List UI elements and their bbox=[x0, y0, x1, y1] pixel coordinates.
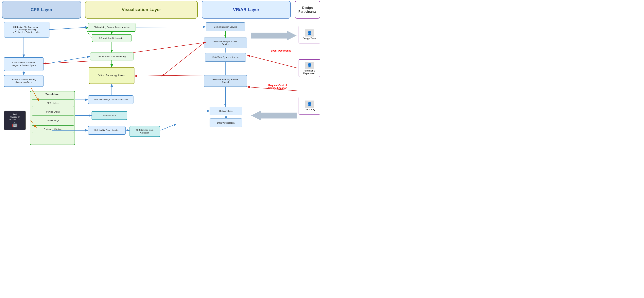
big-arrow-left-lower bbox=[251, 111, 296, 120]
svg-marker-1 bbox=[251, 111, 296, 120]
sim-env-item: Environment Settings bbox=[32, 125, 74, 133]
big-data-box: Building Big Data Historian bbox=[88, 126, 126, 135]
data-analysis-box: Data Analysis bbox=[210, 107, 242, 115]
simulation-container: Simulation CPS Interface Physics Engine … bbox=[30, 91, 75, 145]
diagram-container: CPS Layer Visualization Layer VR/AR Laye… bbox=[0, 0, 322, 149]
svg-line-24 bbox=[136, 27, 205, 27]
realtime-access-box: Real-time Multiple AccessService bbox=[204, 37, 247, 48]
svg-line-4 bbox=[44, 56, 90, 64]
viz-layer-header: Visualization Layer bbox=[85, 1, 198, 18]
twoway-remote-box: Real-time Two-Way RemoteControl bbox=[204, 75, 247, 87]
cps-layer-header: CPS Layer bbox=[2, 1, 81, 18]
integration-address-box: Establishment of ProductIntegration Addr… bbox=[4, 57, 44, 71]
svg-line-17 bbox=[162, 43, 204, 76]
laboratory-box: 👤 Laboratory bbox=[298, 97, 320, 115]
cps-linkage-box: CPS Linkage DataCollection bbox=[130, 126, 160, 137]
svg-line-28 bbox=[248, 55, 298, 68]
sim-link-box: Real-time Linkage of Simulation Data bbox=[88, 95, 134, 104]
sim-cps-item: CPS Interface bbox=[32, 99, 74, 107]
svg-line-18 bbox=[135, 75, 204, 76]
communication-box: Communication Service bbox=[206, 22, 245, 31]
svg-line-2 bbox=[50, 27, 88, 30]
laboratory-avatar: 👤 bbox=[305, 100, 314, 108]
data-viz-box: Data Visualization bbox=[210, 118, 242, 127]
svg-line-14 bbox=[160, 124, 176, 130]
datetime-sync-box: Data/Time Synchronization bbox=[205, 53, 246, 62]
sim-value-item: Value Change bbox=[32, 117, 74, 124]
virtual-stream-box: Virtual Rendering Stream bbox=[89, 67, 134, 84]
vrar-layer-header: VR/AR Layer bbox=[202, 1, 291, 18]
standardization-box: Standardization of ExistingSystem Interf… bbox=[4, 75, 44, 87]
svg-line-25 bbox=[134, 42, 205, 52]
purchasing-box: 👤 PurchasingDepartment bbox=[298, 59, 320, 77]
design-team-box: 👤 Design Team bbox=[298, 26, 320, 43]
svg-marker-0 bbox=[251, 31, 296, 40]
modeling-optimize-box: 3D Modeling Optimization bbox=[92, 34, 132, 42]
sim-physics-item: Physics Engine bbox=[32, 108, 74, 115]
modeling-transform-box: 3D Modeling Content Transformation bbox=[88, 23, 136, 32]
design-file-box: 3D Design File Conversion- 3D Modeling C… bbox=[4, 22, 50, 37]
vrar-rendering-box: VR/AR Real-Time Rendering bbox=[90, 52, 134, 60]
participants-header: DesignParticipants bbox=[294, 1, 320, 18]
simulator-link-box: Simulator Link bbox=[92, 111, 127, 120]
purchasing-avatar: 👤 bbox=[305, 62, 314, 69]
request-control-label: Request ControlChange Location bbox=[268, 84, 287, 89]
svg-line-19 bbox=[44, 61, 88, 64]
big-arrow-right-upper bbox=[251, 31, 296, 40]
event-occurrence-label: Event Occurrence bbox=[271, 49, 291, 52]
real-machine-box: RealMachine orRobot #1 #2 🤖 bbox=[4, 111, 26, 130]
design-team-avatar: 👤 bbox=[305, 29, 314, 36]
